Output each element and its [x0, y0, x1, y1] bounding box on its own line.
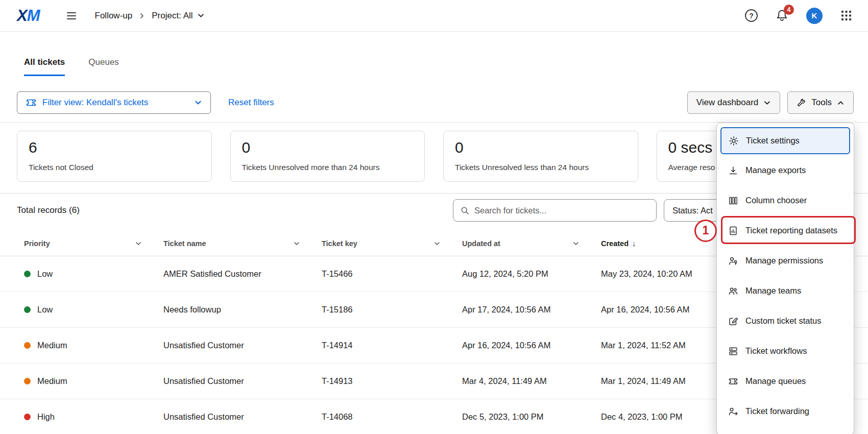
view-dashboard-label: View dashboard: [696, 98, 759, 108]
column-label: Ticket name: [163, 239, 206, 248]
people-icon: [728, 286, 738, 296]
ticket-key-cell: T-14913: [322, 376, 462, 386]
column-header-updated-at[interactable]: Updated at: [462, 239, 601, 248]
menu-item-custom-ticket-status[interactable]: Custom ticket status: [717, 306, 854, 336]
menu-item-label: Manage teams: [745, 286, 801, 296]
ticket-key-cell: T-15186: [322, 305, 462, 315]
notification-count-badge: 4: [784, 5, 794, 15]
chevron-down-icon: [194, 99, 202, 107]
chevron-down-icon: [763, 99, 771, 107]
menu-item-label: Custom ticket status: [745, 316, 822, 326]
tools-dropdown-menu: Ticket settings Manage exports Column ch…: [716, 123, 854, 434]
topbar-actions: ? 4 K: [745, 8, 853, 24]
column-header-priority[interactable]: Priority: [24, 239, 163, 248]
priority-cell: High: [24, 412, 163, 422]
breadcrumb-dataset-selector[interactable]: Project: All: [152, 11, 204, 21]
ticket-key-cell: T-14914: [322, 341, 462, 350]
logo-letter-m: M: [27, 7, 40, 25]
notifications-button[interactable]: 4: [775, 9, 789, 22]
priority-cell: Low: [24, 305, 163, 315]
updated-at-cell: Aug 12, 2024, 5:20 PM: [462, 269, 601, 279]
menu-item-ticket-settings[interactable]: Ticket settings: [720, 127, 850, 154]
column-header-ticket-key[interactable]: Ticket key: [322, 239, 462, 248]
workflow-icon: [728, 346, 738, 356]
xm-logo[interactable]: X M: [17, 7, 40, 25]
priority-label: Medium: [37, 376, 67, 386]
ticket-name-cell: Unsatisfied Customer: [163, 412, 322, 422]
stat-label: Tickets Unresolved less than 24 hours: [455, 163, 626, 172]
priority-dot: [24, 342, 31, 349]
priority-cell: Medium: [24, 341, 163, 350]
filter-row: Filter view: Kendall's tickets Reset fil…: [0, 91, 868, 114]
stat-card-tickets-not-closed: 6 Tickets not Closed: [17, 131, 212, 182]
updated-at-cell: Dec 5, 2023, 1:00 PM: [462, 412, 601, 422]
breadcrumb: Follow-up Project: All: [95, 11, 205, 21]
ticket-name-cell: Needs followup: [163, 305, 322, 315]
chevron-up-icon: [837, 99, 845, 107]
column-header-ticket-name[interactable]: Ticket name: [163, 239, 322, 248]
avatar[interactable]: K: [806, 8, 823, 24]
chevron-down-icon: [293, 240, 300, 247]
page: X M Follow-up Project: All ?: [0, 0, 868, 434]
menu-item-manage-permissions[interactable]: Manage permissions: [717, 246, 854, 276]
menu-item-ticket-workflows[interactable]: Ticket workflows: [717, 336, 854, 366]
top-bar: X M Follow-up Project: All ?: [0, 0, 868, 32]
tools-button[interactable]: Tools: [787, 91, 854, 114]
view-dashboard-button[interactable]: View dashboard: [687, 91, 781, 114]
breadcrumb-project[interactable]: Follow-up: [95, 11, 133, 21]
tab-queues[interactable]: Queues: [88, 57, 119, 76]
ticket-icon: [26, 97, 37, 108]
download-icon: [728, 165, 738, 176]
priority-label: Low: [37, 305, 53, 315]
menu-item-ticket-forwarding[interactable]: Ticket forwarding: [717, 396, 854, 426]
status-filter-label: Status: Act: [672, 206, 713, 215]
ticket-name-cell: AMER Satisfied Customer: [163, 269, 322, 279]
updated-at-cell: Apr 17, 2024, 10:56 AM: [462, 305, 601, 315]
menu-item-manage-teams[interactable]: Manage teams: [717, 276, 854, 306]
reset-filters-link[interactable]: Reset filters: [228, 98, 274, 108]
ticket-key-cell: T-14068: [322, 412, 462, 422]
forward-icon: [728, 406, 738, 417]
sort-desc-icon: ↓: [632, 239, 636, 248]
wrench-icon: [797, 98, 806, 108]
priority-label: Medium: [37, 341, 67, 350]
tab-bar: All tickets Queues: [0, 57, 868, 76]
stat-value: 0: [455, 139, 626, 156]
stat-label: Tickets not Closed: [29, 163, 200, 172]
column-label: Created: [601, 239, 629, 248]
annotation-step-badge: 1: [694, 220, 717, 242]
logo-letter-x: X: [17, 7, 27, 25]
ticket-key-cell: T-15466: [322, 269, 462, 279]
column-label: Ticket key: [322, 239, 357, 248]
column-label: Priority: [24, 239, 50, 248]
menu-item-ticket-reporting-datasets[interactable]: 1 Ticket reporting datasets: [717, 215, 854, 246]
chevron-down-icon: [433, 240, 441, 247]
hamburger-menu-icon[interactable]: [65, 10, 78, 22]
updated-at-cell: Mar 4, 2024, 11:49 AM: [462, 376, 601, 386]
menu-item-manage-exports[interactable]: Manage exports: [717, 155, 854, 185]
filter-view-dropdown[interactable]: Filter view: Kendall's tickets: [17, 91, 211, 114]
menu-item-label: Manage permissions: [745, 256, 823, 266]
search-input[interactable]: [474, 206, 649, 215]
help-icon[interactable]: ?: [745, 9, 758, 22]
menu-item-label: Ticket settings: [746, 136, 800, 146]
stat-card-unresolved-less-24h: 0 Tickets Unresolved less than 24 hours: [443, 131, 638, 182]
priority-dot: [24, 378, 31, 384]
app-grid-icon[interactable]: [840, 9, 853, 22]
tab-all-tickets[interactable]: All tickets: [24, 57, 65, 76]
tools-label: Tools: [811, 98, 832, 108]
menu-item-label: Ticket reporting datasets: [745, 226, 837, 235]
ticket-search: [453, 199, 657, 222]
person-key-icon: [728, 256, 738, 266]
filter-view-label: Filter view: Kendall's tickets: [42, 98, 194, 108]
chevron-right-icon: [138, 12, 146, 19]
menu-item-label: Manage queues: [745, 376, 806, 386]
priority-dot: [24, 306, 31, 313]
column-label: Updated at: [462, 239, 500, 248]
menu-item-label: Ticket workflows: [745, 346, 807, 356]
menu-item-label: Ticket forwarding: [745, 406, 809, 416]
menu-item-column-chooser[interactable]: Column chooser: [717, 185, 854, 215]
menu-item-manage-queues[interactable]: Manage queues: [717, 366, 854, 396]
stat-card-unresolved-more-24h: 0 Tickets Unresolved more than 24 hours: [230, 131, 425, 182]
priority-label: Low: [37, 269, 53, 279]
